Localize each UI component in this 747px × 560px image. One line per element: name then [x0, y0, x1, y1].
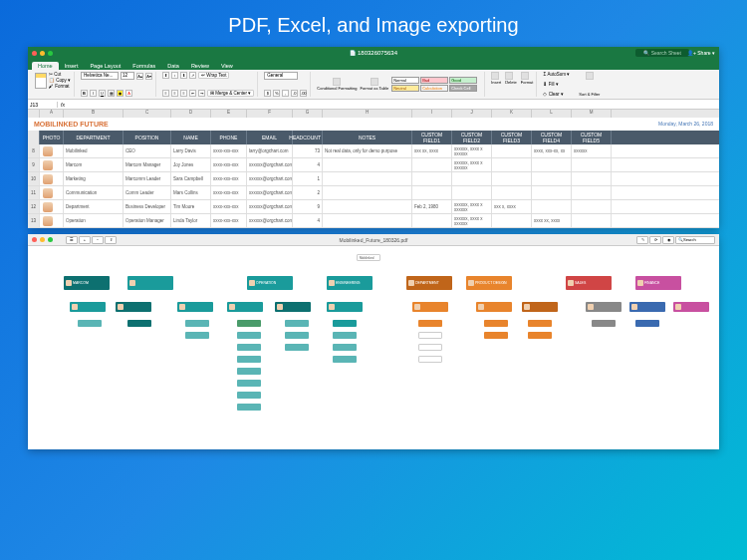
col-l[interactable]: L: [532, 110, 572, 118]
org-node[interactable]: [484, 332, 508, 339]
align-middle-icon[interactable]: ↕: [171, 72, 178, 79]
cell-phone[interactable]: xxxx-xxx-xxx: [211, 214, 247, 227]
indent-right-icon[interactable]: ⇥: [198, 90, 205, 97]
markup-icon[interactable]: ✎: [636, 236, 648, 244]
orientation-icon[interactable]: ↗: [189, 72, 196, 79]
col-m[interactable]: M: [572, 110, 612, 118]
col-e[interactable]: E: [211, 110, 247, 118]
cell-custom4[interactable]: [532, 186, 572, 199]
share-button[interactable]: 👤+ Share ▾: [687, 50, 715, 56]
format-as-table-icon[interactable]: [371, 78, 378, 86]
org-node[interactable]: [629, 302, 665, 312]
col-i[interactable]: I: [412, 110, 452, 118]
row-number[interactable]: 8: [28, 144, 40, 157]
cell-department[interactable]: Operation: [64, 214, 124, 227]
cell-name[interactable]: Mars Collins: [171, 186, 211, 199]
tab-home[interactable]: Home: [32, 62, 59, 70]
cell-phone[interactable]: xxxx-xxx-xxx: [211, 158, 247, 171]
cell-custom3[interactable]: [492, 214, 532, 227]
cell-notes[interactable]: [323, 186, 412, 199]
table-row[interactable]: 8 Mobilinked CEO Larry Davis xxxx-xxx-xx…: [28, 144, 719, 158]
zoom-in-icon[interactable]: +: [79, 236, 91, 244]
sidebar-toggle-icon[interactable]: ☰: [66, 236, 78, 244]
cell-custom2[interactable]: [452, 172, 492, 185]
table-row[interactable]: 12 Department Business Developer Tim Moo…: [28, 200, 719, 214]
cell-custom2[interactable]: xxxxxx, xxxx x xxxxxx: [452, 214, 492, 227]
cell-phone[interactable]: xxxx-xxx-xxx: [211, 186, 247, 199]
cell-email[interactable]: xxxxxx@orgchart.com: [247, 200, 293, 213]
cell-name[interactable]: Sara Campbell: [171, 172, 211, 185]
org-node[interactable]: [528, 332, 552, 339]
align-right-icon[interactable]: ≡: [180, 90, 187, 97]
row-number[interactable]: 11: [28, 186, 40, 199]
cell-custom1[interactable]: xxx xx, xxxx: [412, 144, 452, 157]
org-node[interactable]: [528, 320, 552, 327]
org-node[interactable]: [237, 368, 261, 375]
cell-headcount[interactable]: 4: [293, 158, 323, 171]
row-number[interactable]: 10: [28, 172, 40, 185]
cell-custom5[interactable]: [572, 214, 612, 227]
style-bad[interactable]: Bad: [420, 77, 448, 84]
style-neutral[interactable]: Neutral: [391, 85, 419, 92]
autosum-button[interactable]: Σ AutoSum ▾: [543, 72, 570, 77]
cell-custom1[interactable]: Feb 2, 1980: [412, 200, 452, 213]
cell-name[interactable]: Larry Davis: [171, 144, 211, 157]
cell-position[interactable]: Business Developer: [124, 200, 171, 213]
col-f[interactable]: F: [247, 110, 293, 118]
wrap-text-button[interactable]: ↵ Wrap Text: [198, 72, 229, 79]
tab-review[interactable]: Review: [185, 62, 215, 70]
cell-custom3[interactable]: [492, 172, 532, 185]
org-node-department[interactable]: DEPARTMENT: [406, 276, 452, 290]
cell-department[interactable]: Marketing: [64, 172, 124, 185]
paste-icon[interactable]: [35, 73, 47, 89]
maximize-icon[interactable]: [48, 237, 53, 242]
cell-custom4[interactable]: [532, 172, 572, 185]
cell-custom5[interactable]: [572, 172, 612, 185]
currency-icon[interactable]: $: [264, 90, 271, 97]
col-d[interactable]: D: [171, 110, 211, 118]
style-good[interactable]: Good: [449, 77, 477, 84]
org-chart-canvas[interactable]: Mobilinked MARCOM OPERATION ENGINEERING …: [28, 246, 719, 449]
cell-email[interactable]: xxxxxx@orgchart.com: [247, 186, 293, 199]
share-icon[interactable]: ⇪: [105, 236, 117, 244]
table-row[interactable]: 11 Communication Comm Leader Mars Collin…: [28, 186, 719, 200]
cut-button[interactable]: ✂ Cut: [49, 72, 71, 77]
zoom-out-icon[interactable]: −: [92, 236, 104, 244]
col-a[interactable]: A: [40, 110, 64, 118]
cell-email[interactable]: larry@orgchart.com: [247, 144, 293, 157]
pdf-search-input[interactable]: 🔍 Search: [675, 236, 715, 244]
cell-custom4[interactable]: [532, 200, 572, 213]
cell-notes[interactable]: [323, 214, 412, 227]
style-calculation[interactable]: Calculation: [420, 85, 448, 92]
col-g[interactable]: G: [293, 110, 323, 118]
delete-cells-icon[interactable]: [505, 72, 513, 80]
cell-custom3[interactable]: [492, 186, 532, 199]
org-node[interactable]: [484, 320, 508, 327]
cell-headcount[interactable]: 1: [293, 172, 323, 185]
sort-filter-icon[interactable]: [586, 72, 594, 80]
cell-department[interactable]: Department: [64, 200, 124, 213]
align-center-icon[interactable]: ≡: [171, 90, 178, 97]
cell-custom2[interactable]: xxxxxx, xxxx x xxxxxx: [452, 158, 492, 171]
font-color-button[interactable]: A: [125, 90, 132, 97]
org-node[interactable]: [635, 320, 659, 327]
border-button[interactable]: ▦: [108, 90, 115, 97]
underline-button[interactable]: U: [99, 90, 106, 97]
cell-custom1[interactable]: [412, 172, 452, 185]
row-number[interactable]: 9: [28, 158, 40, 171]
annotate-icon[interactable]: ◉: [662, 236, 674, 244]
org-node[interactable]: [227, 302, 263, 312]
org-node[interactable]: [127, 320, 151, 327]
org-node[interactable]: [127, 276, 173, 290]
col-j[interactable]: J: [452, 110, 492, 118]
org-node[interactable]: [522, 302, 558, 312]
conditional-formatting-icon[interactable]: [333, 78, 341, 86]
close-icon[interactable]: [32, 237, 37, 242]
cell-custom5[interactable]: [572, 186, 612, 199]
org-node[interactable]: [185, 332, 209, 339]
org-node[interactable]: [476, 302, 512, 312]
cell-photo[interactable]: [40, 186, 64, 199]
org-node[interactable]: [412, 302, 448, 312]
table-row[interactable]: 9 Marcom Marcom Manager Joy Jones xxxx-x…: [28, 158, 719, 172]
org-node[interactable]: [586, 302, 622, 312]
